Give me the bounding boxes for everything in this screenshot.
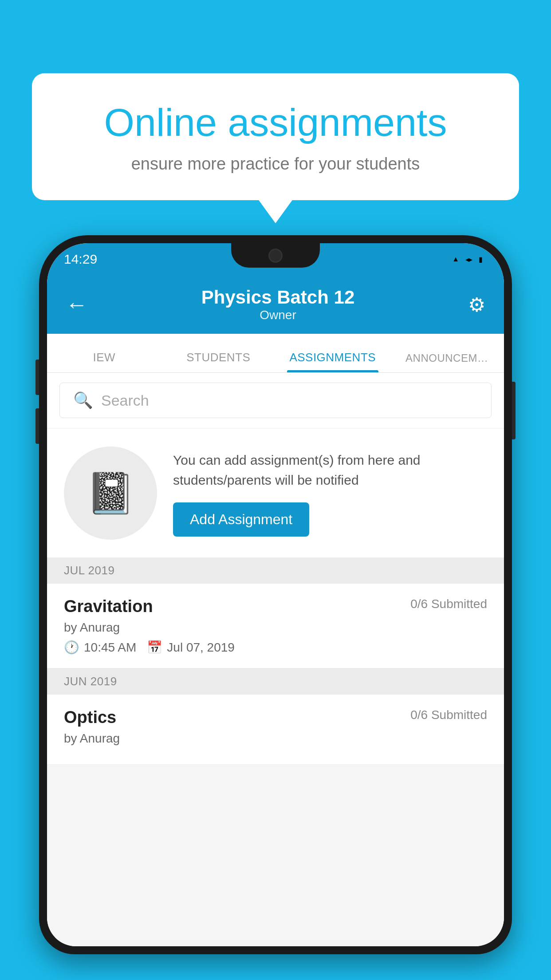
tab-assignments[interactable]: ASSIGNMENTS: [276, 351, 390, 372]
promo-content: You can add assignment(s) from here and …: [173, 450, 487, 537]
assignment-submitted-optics: 0/6 Submitted: [410, 708, 487, 722]
notebook-icon: 📓: [86, 470, 135, 517]
volume-up-button: [35, 360, 39, 395]
status-icons: ▲ ◂▸ ▮: [452, 255, 483, 264]
app-header: ← Physics Batch 12 Owner ⚙: [47, 275, 504, 334]
assignment-row: Gravitation 0/6 Submitted: [64, 597, 487, 616]
assignment-row-optics: Optics 0/6 Submitted: [64, 708, 487, 727]
bubble-title: Online assignments: [63, 100, 488, 145]
front-camera: [268, 249, 283, 263]
phone-wrapper: 14:29 ▲ ◂▸ ▮ ← Physics Batch 12 Owner ⚙ …: [39, 235, 512, 980]
status-time: 14:29: [64, 252, 97, 267]
clock-icon: 🕐: [64, 640, 79, 655]
settings-button[interactable]: ⚙: [468, 293, 485, 316]
assignment-submitted-gravitation: 0/6 Submitted: [410, 597, 487, 611]
battery-icon: ▮: [479, 255, 483, 264]
search-bar[interactable]: 🔍 Search: [59, 383, 492, 418]
tabs-bar: IEW STUDENTS ASSIGNMENTS ANNOUNCEM…: [47, 334, 504, 373]
assignment-date-gravitation: Jul 07, 2019: [167, 640, 235, 655]
assignment-time-gravitation: 10:45 AM: [84, 640, 136, 655]
calendar-icon: 📅: [147, 640, 162, 655]
assignment-author-gravitation: by Anurag: [64, 620, 487, 635]
assignment-name-gravitation: Gravitation: [64, 597, 153, 616]
promo-text: You can add assignment(s) from here and …: [173, 450, 487, 490]
speech-bubble: Online assignments ensure more practice …: [32, 73, 519, 200]
header-subtitle: Owner: [201, 308, 355, 322]
add-assignment-button[interactable]: Add Assignment: [173, 502, 309, 537]
signal-icon: ◂▸: [465, 255, 472, 264]
search-icon: 🔍: [73, 391, 93, 410]
phone-notch: [231, 243, 320, 268]
assignment-item-gravitation[interactable]: Gravitation 0/6 Submitted by Anurag 🕐 10…: [47, 584, 504, 668]
phone-outer: 14:29 ▲ ◂▸ ▮ ← Physics Batch 12 Owner ⚙ …: [39, 235, 512, 954]
header-title: Physics Batch 12: [201, 287, 355, 308]
search-section: 🔍 Search: [47, 373, 504, 428]
speech-bubble-container: Online assignments ensure more practice …: [32, 73, 519, 200]
tab-announcements[interactable]: ANNOUNCEM…: [390, 352, 504, 372]
power-button: [512, 382, 516, 439]
assignment-item-optics[interactable]: Optics 0/6 Submitted by Anurag: [47, 695, 504, 765]
volume-down-button: [35, 408, 39, 444]
promo-section: 📓 You can add assignment(s) from here an…: [47, 429, 504, 557]
header-center: Physics Batch 12 Owner: [201, 287, 355, 322]
phone-screen: 14:29 ▲ ◂▸ ▮ ← Physics Batch 12 Owner ⚙ …: [47, 243, 504, 946]
date-info: 📅 Jul 07, 2019: [147, 640, 235, 655]
assignment-author-optics: by Anurag: [64, 731, 487, 746]
tab-students[interactable]: STUDENTS: [161, 351, 276, 372]
assignment-name-optics: Optics: [64, 708, 116, 727]
assignment-datetime-gravitation: 🕐 10:45 AM 📅 Jul 07, 2019: [64, 640, 487, 655]
content-area: 🔍 Search 📓 You can add assignment(s) fro…: [47, 373, 504, 946]
time-info: 🕐 10:45 AM: [64, 640, 136, 655]
wifi-icon: ▲: [452, 255, 459, 263]
promo-icon-circle: 📓: [64, 447, 157, 540]
back-button[interactable]: ←: [66, 292, 88, 317]
month-divider-jul: JUL 2019: [47, 557, 504, 584]
month-divider-jun: JUN 2019: [47, 668, 504, 695]
search-placeholder: Search: [101, 392, 149, 409]
tab-iew[interactable]: IEW: [47, 351, 161, 372]
bubble-subtitle: ensure more practice for your students: [63, 154, 488, 174]
